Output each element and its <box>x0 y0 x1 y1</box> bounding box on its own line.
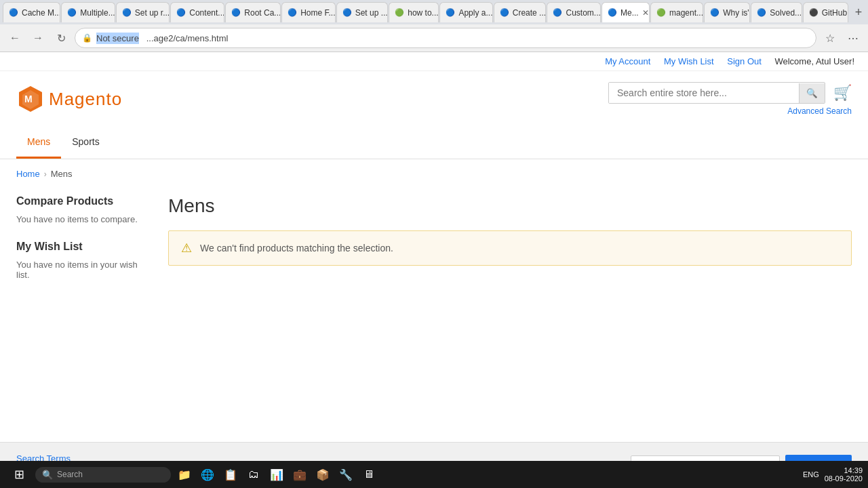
wish-list-title: My Wish List <box>16 241 152 253</box>
url-text: Not secure ...age2/ca/mens.html <box>96 33 809 43</box>
tab-3[interactable]: 🔵Set up r... <box>116 2 170 22</box>
tab-favicon: ⚫ <box>809 8 818 18</box>
compare-products-section: Compare Products You have no items to co… <box>16 195 152 224</box>
magento-logo-icon: M <box>16 85 45 113</box>
main-content: Compare Products You have no items to co… <box>0 184 868 442</box>
back-button[interactable]: ← <box>5 28 24 47</box>
taskbar-app3-icon[interactable]: 📊 <box>266 464 288 485</box>
tab-favicon: 🔵 <box>710 8 719 18</box>
start-button[interactable]: ⊞ <box>5 464 33 485</box>
tab-favicon: 🔵 <box>446 8 455 18</box>
breadcrumb-home[interactable]: Home <box>16 169 40 179</box>
tab-favicon: 🔵 <box>500 8 509 18</box>
nav-list: Mens Sports <box>0 127 868 159</box>
logo[interactable]: M Magento <box>16 85 122 113</box>
tab-close-icon[interactable]: ✕ <box>642 8 649 18</box>
tab-1[interactable]: 🔵Cache M... <box>3 2 60 22</box>
tab-7[interactable]: 🔵Set up ... <box>336 2 389 22</box>
tab-2[interactable]: 🔵Multiple... <box>61 2 115 22</box>
header-right: 🔍 🛒 Advanced Search <box>608 82 852 116</box>
main-nav: Mens Sports <box>0 127 868 159</box>
welcome-text: Welcome, Atul User! <box>774 56 854 66</box>
my-wish-list-link[interactable]: My Wish List <box>664 56 714 66</box>
breadcrumb-separator: › <box>44 169 47 179</box>
tab-favicon: 🔵 <box>342 8 352 18</box>
forward-button[interactable]: → <box>28 28 47 47</box>
new-tab-button[interactable]: + <box>849 3 868 22</box>
tab-13[interactable]: 🟢magent... <box>650 2 703 22</box>
my-account-link[interactable]: My Account <box>605 56 650 66</box>
taskbar-app6-icon[interactable]: 🔧 <box>335 464 357 485</box>
nav-item-sports[interactable]: Sports <box>61 127 110 159</box>
tab-favicon: 🔵 <box>288 8 297 18</box>
tab-5[interactable]: 🔵Root Ca... <box>225 2 281 22</box>
tab-favicon: 🟢 <box>395 8 404 18</box>
wish-list-section: My Wish List You have no items in your w… <box>16 241 152 280</box>
search-input[interactable] <box>609 83 799 103</box>
taskbar-app4-icon[interactable]: 💼 <box>289 464 311 485</box>
search-bar: 🔍 <box>608 82 825 104</box>
nav-item-mens[interactable]: Mens <box>16 127 61 159</box>
tab-9[interactable]: 🔵Apply a... <box>439 2 492 22</box>
logo-text: Magento <box>49 89 122 110</box>
browser-chrome: 🔵Cache M... 🔵Multiple... 🔵Set up r... 🔵C… <box>0 0 868 52</box>
sidebar: Compare Products You have no items to co… <box>16 184 152 442</box>
bookmark-star-button[interactable]: ☆ <box>821 28 840 47</box>
advanced-search-link[interactable]: Advanced Search <box>787 106 852 116</box>
tab-favicon: 🔵 <box>553 8 562 18</box>
tab-11[interactable]: 🔵Custom... <box>547 2 600 22</box>
browser-tabs: 🔵Cache M... 🔵Multiple... 🔵Set up r... 🔵C… <box>0 0 868 24</box>
tab-15[interactable]: 🔵Solved... <box>751 2 802 22</box>
tab-12-active[interactable]: 🔵Me...✕ <box>601 2 650 22</box>
header: M Magento 🔍 🛒 Advanced Search <box>0 71 868 127</box>
tab-10[interactable]: 🔵Create ... <box>494 2 547 22</box>
taskbar-app1-icon[interactable]: 📋 <box>220 464 241 485</box>
browser-toolbar: ← → ↻ 🔒 Not secure ...age2/ca/mens.html … <box>0 24 868 52</box>
page: My Account My Wish List Sign Out Welcome… <box>0 52 868 488</box>
nav-link-sports[interactable]: Sports <box>61 127 110 157</box>
svg-text:M: M <box>24 94 33 104</box>
tab-favicon: 🔵 <box>757 8 766 18</box>
tab-favicon: 🔵 <box>9 8 18 18</box>
page-title: Mens <box>168 195 852 217</box>
security-icon: 🔒 <box>82 33 92 43</box>
alert-text: We can't find products matching the sele… <box>200 243 393 253</box>
tab-favicon: 🔵 <box>122 8 132 18</box>
nav-link-mens[interactable]: Mens <box>16 127 61 159</box>
search-icon: 🔍 <box>42 470 53 480</box>
taskbar-time: 14:39 08-09-2020 <box>825 466 863 483</box>
top-bar: My Account My Wish List Sign Out Welcome… <box>0 52 868 71</box>
breadcrumb: Home › Mens <box>0 159 868 184</box>
url-highlight: Not secure <box>96 33 139 44</box>
tab-16[interactable]: ⚫GitHub <box>803 2 848 22</box>
content-area: Mens ⚠ We can't find products matching t… <box>168 184 852 442</box>
taskbar-app2-icon[interactable]: 🗂 <box>243 464 264 485</box>
tab-favicon: 🔵 <box>608 8 617 18</box>
taskbar-chrome-icon[interactable]: 🌐 <box>197 464 218 485</box>
alert-message: ⚠ We can't find products matching the se… <box>168 230 852 266</box>
taskbar-app7-icon[interactable]: 🖥 <box>358 464 380 485</box>
sign-out-link[interactable]: Sign Out <box>727 56 762 66</box>
tab-favicon: 🔵 <box>231 8 241 18</box>
taskbar: ⊞ 🔍 Search 📁 🌐 📋 🗂 📊 💼 📦 🔧 🖥 ENG 14:39 0… <box>0 461 868 488</box>
taskbar-icons: 📁 🌐 📋 🗂 📊 💼 📦 🔧 🖥 <box>174 464 380 485</box>
address-bar[interactable]: 🔒 Not secure ...age2/ca/mens.html <box>75 28 816 48</box>
tab-4[interactable]: 🔵Content... <box>170 2 224 22</box>
taskbar-app5-icon[interactable]: 📦 <box>312 464 334 485</box>
warning-icon: ⚠ <box>181 241 192 256</box>
refresh-button[interactable]: ↻ <box>52 28 71 47</box>
taskbar-right: ENG 14:39 08-09-2020 <box>803 466 863 483</box>
tab-14[interactable]: 🔵Why is' <box>704 2 750 22</box>
cart-icon[interactable]: 🛒 <box>833 84 852 102</box>
taskbar-lang: ENG <box>803 470 819 479</box>
compare-products-empty: You have no items to compare. <box>16 214 152 224</box>
taskbar-search[interactable]: 🔍 Search <box>35 467 171 483</box>
tab-8[interactable]: 🟢how to... <box>389 2 439 22</box>
tab-favicon: 🔵 <box>67 8 77 18</box>
tab-6[interactable]: 🔵Home F... <box>281 2 335 22</box>
taskbar-explorer-icon[interactable]: 📁 <box>174 464 195 485</box>
search-wrapper: 🔍 🛒 <box>608 82 852 104</box>
search-button[interactable]: 🔍 <box>799 83 825 103</box>
wish-list-empty: You have no items in your wish list. <box>16 260 152 280</box>
browser-menu-button[interactable]: ⋯ <box>844 28 863 47</box>
